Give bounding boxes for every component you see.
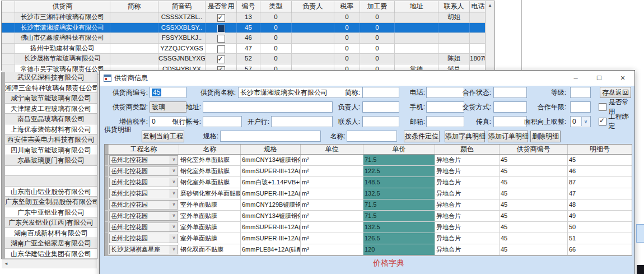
detail-row[interactable]: 岳州北控花园 ∨ 室外单面贴膜 6mmSUPER-III+12A(硅.. m² … (105, 222, 632, 233)
header-abbr[interactable]: 简称 (110, 1, 158, 12)
locate-by-condition-button[interactable]: 按条件定位 (404, 131, 440, 142)
detail-header-detail-no[interactable]: 明细号 (568, 145, 632, 154)
list-item[interactable]: 湘潭三金特种玻璃有限责任公司 (5, 83, 97, 94)
bank-account-field[interactable] (203, 116, 242, 127)
detail-row-selector[interactable] (105, 199, 109, 210)
table-row[interactable]: 佛山市亿鑫玻璃科技有限公司 FSSYXBLKJ.. 46 0 0 0 (2, 33, 494, 44)
detail-row-selector[interactable] (105, 155, 109, 165)
project-combobox[interactable]: 岳州北控花园 ∨ (109, 178, 178, 187)
detail-row-selector[interactable] (105, 211, 109, 221)
project-bind-checkbox[interactable] (599, 118, 606, 126)
row-selector[interactable] (2, 12, 15, 22)
common-checkbox[interactable] (217, 25, 225, 32)
chevron-down-icon[interactable]: ∨ (170, 201, 178, 209)
detail-header-supplier-no[interactable]: 供货商编号 (500, 145, 568, 154)
abbr-field[interactable] (362, 87, 399, 98)
common-use-checkbox[interactable] (599, 103, 606, 111)
detail-row[interactable]: 岳州北控花园 ∨ 钢化室外单面贴膜 6mmCNY134镀膜钢化 m² 71.5 … (105, 155, 632, 166)
spec-filter-input[interactable] (220, 131, 321, 142)
common-checkbox[interactable] (217, 55, 225, 63)
detail-header-color[interactable]: 颜色 (435, 145, 500, 154)
header-number[interactable]: 编号 (237, 1, 260, 12)
list-item[interactable] (5, 176, 97, 187)
chevron-down-icon[interactable]: ∨ (581, 117, 590, 126)
delete-detail-button[interactable]: 删除明细 (530, 131, 561, 142)
table-row[interactable]: 长沙市潇湘玻璃实业有限公司 CSSXXBLSY.. 45 0 0 0 (2, 23, 494, 34)
header-type[interactable]: 类型 (260, 1, 292, 12)
list-item[interactable]: 广东中亚铝业有限公司 (5, 207, 97, 218)
scroll-left-icon[interactable]: ◂ (2, 259, 11, 268)
grade-field[interactable] (570, 87, 591, 98)
detail-header-price[interactable]: 单价 (363, 145, 435, 154)
add-dict-detail-button[interactable]: 添加字典明细 (445, 131, 485, 142)
bank-field[interactable] (271, 116, 333, 127)
row-selector[interactable] (2, 23, 15, 33)
project-combobox[interactable]: 岳州北控花园 ∨ (109, 211, 178, 221)
chevron-down-icon[interactable]: ∨ (170, 156, 178, 164)
chevron-down-icon[interactable]: ∨ (170, 212, 178, 220)
coop-years-field[interactable] (570, 101, 591, 113)
chevron-down-icon[interactable]: ∨ (170, 178, 178, 187)
name-filter-input[interactable] (347, 131, 397, 142)
maximize-button[interactable]: □ (587, 71, 611, 86)
delivery-method-field[interactable] (493, 101, 527, 113)
chevron-down-icon[interactable]: ∨ (170, 167, 178, 175)
coop-status-field[interactable] (493, 87, 527, 98)
manager-field[interactable] (362, 101, 399, 113)
list-item[interactable]: 天津耀皮工程玻璃有限公司 (5, 104, 97, 114)
project-combobox[interactable]: 长沙龙湖祺鑫星座 ∨ (109, 245, 178, 254)
common-use-checkbox-field[interactable]: 是否常用 (599, 101, 634, 113)
detail-row[interactable]: 岳州北控花园 ∨ 室外单面贴膜 6mmCNY134镀膜钢化 m² 71.5 异地… (105, 211, 632, 222)
detail-row-selector[interactable] (105, 166, 109, 177)
project-combobox[interactable]: 岳州北控花园 ∨ (109, 200, 178, 210)
close-button[interactable]: × (611, 71, 634, 86)
detail-row[interactable]: 岳州北控花园 ∨ 磨砂钢化室外单面贴膜 6mmSUPER-III+12A(硅..… (105, 188, 632, 199)
table-row[interactable]: 扬州中勤建材有限公司 YZZQJCYXGS 47 0 0 0 (2, 44, 494, 54)
vertical-scrollbar[interactable]: ▴ (485, 1, 494, 70)
project-combobox[interactable]: 岳州北控花园 ∨ (109, 222, 178, 232)
header-supplier[interactable]: 供货商 (15, 1, 110, 12)
address-field[interactable] (203, 101, 333, 113)
header-code[interactable]: 简音码 (158, 1, 206, 12)
dialog-titlebar[interactable]: 供货商信息 – □ × (100, 71, 634, 86)
detail-row[interactable]: 岳州北控花园 ∨ 钢化室外单面贴膜 6mm白玻+1.14PVB+6mm.. m²… (105, 177, 632, 188)
list-item[interactable]: 广东兴发铝业(江西)有限公司 (5, 217, 97, 228)
horizontal-scrollbar[interactable]: ◂ (2, 259, 97, 268)
area-round-up-combobox[interactable]: 0 ∨ (570, 116, 591, 127)
list-item[interactable]: 湖南百成新材料有限公司 (5, 228, 97, 239)
detail-row-selector[interactable] (105, 188, 109, 199)
detail-row[interactable]: 岳州北控花园 ∨ 室外单面贴膜 6mmSUPER-III+12A(硅.. m² … (105, 233, 632, 244)
scroll-up-icon[interactable]: ▴ (486, 1, 494, 10)
detail-row-selector[interactable] (105, 244, 109, 255)
project-combobox[interactable]: 岳州北控花园 ∨ (109, 189, 178, 198)
list-item[interactable]: 山东南山铝业股份有限公司 (5, 187, 97, 197)
detail-row-selector[interactable] (105, 222, 109, 233)
row-selector[interactable] (2, 33, 15, 43)
header-common[interactable]: 是否常用 (206, 1, 237, 12)
detail-row[interactable]: 岳州北控花园 ∨ 钢化室外单面贴膜 6mmSUPER-III+12A(硅.. m… (105, 166, 632, 177)
chevron-down-icon[interactable]: ∨ (170, 189, 178, 198)
list-item[interactable]: 咸宁南玻节能玻璃有限公司 (5, 93, 97, 104)
project-bind-checkbox-field[interactable]: 工程绑定 (599, 116, 634, 127)
list-item[interactable]: 广东坚朗五金制品股份有限公司 (5, 197, 97, 207)
common-checkbox[interactable] (217, 35, 225, 43)
detail-row[interactable]: 岳州北控花园 ∨ 室外单面贴膜 6mmCNY129B镀膜钢化 m² 71.5 异… (105, 199, 632, 211)
header-contact[interactable]: 联系人 (438, 1, 470, 12)
chevron-down-icon[interactable]: ∨ (170, 234, 178, 243)
project-combobox[interactable]: 岳州北控花园 ∨ (109, 234, 178, 243)
project-combobox[interactable]: 岳州北控花园 ∨ (109, 155, 178, 165)
header-phone[interactable]: 电话 (470, 1, 486, 12)
detail-row-selector[interactable] (105, 177, 109, 188)
detail-header-project[interactable]: 工程名称 (109, 145, 179, 154)
header-fee[interactable]: 加工费 (360, 1, 395, 12)
detail-row[interactable]: 长沙龙湖祺鑫星座 ∨ 钢化双面不贴膜 6mmPLE84+12A(硅酮胶.. m²… (105, 244, 632, 256)
contact-field[interactable] (362, 116, 399, 127)
table-row[interactable]: 长沙晟格节能玻璃有限公司 CSSGJNBLYXGS 52 0 0 0 陈姐 18… (2, 54, 494, 64)
detail-header-name[interactable]: 名称 (179, 145, 241, 154)
list-item[interactable]: 东晶玻璃厦门有限公司 (5, 155, 97, 166)
common-checkbox[interactable] (217, 45, 225, 53)
list-item[interactable]: 南昌亚晶玻璃有限公司 (5, 114, 97, 124)
detail-header-spec[interactable]: 规格 (241, 145, 301, 154)
list-item[interactable]: 山东华建铝业集团有限公司 (5, 249, 97, 259)
project-combobox[interactable]: 岳州北控花园 ∨ (109, 166, 178, 176)
